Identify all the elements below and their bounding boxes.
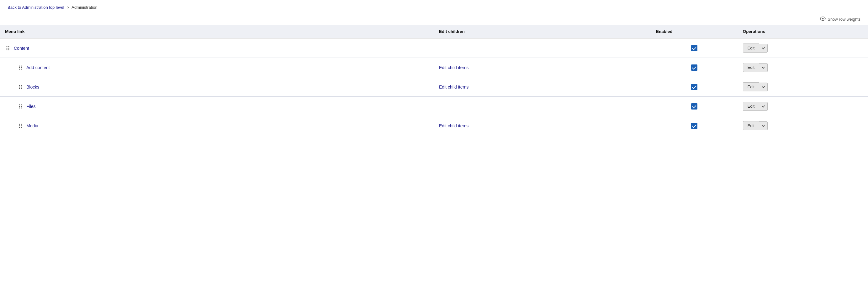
svg-point-29 (21, 125, 22, 126)
operations-cell-content: Edit (738, 38, 868, 58)
svg-point-31 (21, 127, 22, 128)
col-header-menu-link: Menu link (0, 25, 434, 38)
operations-cell-media: Edit (738, 116, 868, 136)
breadcrumb-current: Administration (71, 5, 97, 10)
menu-link-blocks[interactable]: Blocks (26, 84, 39, 89)
svg-point-16 (19, 86, 20, 87)
svg-point-8 (19, 65, 20, 66)
enabled-cell-content (651, 38, 738, 58)
operations-cell-files: Edit (738, 97, 868, 116)
svg-point-19 (21, 88, 22, 89)
svg-point-3 (8, 46, 9, 47)
enabled-cell-media (651, 116, 738, 136)
svg-point-1 (822, 18, 824, 20)
svg-point-24 (19, 107, 20, 108)
enabled-checkbox-files[interactable] (691, 103, 698, 110)
svg-point-30 (19, 127, 20, 128)
edit-dropdown-add-content[interactable] (759, 63, 768, 72)
svg-point-22 (19, 106, 20, 107)
enabled-checkbox-blocks[interactable] (691, 84, 698, 90)
svg-point-14 (19, 85, 20, 86)
table-header: Menu link Edit children Enabled Operatio… (0, 25, 868, 38)
svg-point-25 (21, 107, 22, 108)
edit-child-items-link-media[interactable]: Edit child items (439, 123, 468, 128)
svg-point-28 (19, 125, 20, 126)
show-row-weights-button[interactable]: Show row weights (820, 16, 861, 22)
svg-point-26 (19, 123, 20, 124)
enabled-cell-files (651, 97, 738, 116)
breadcrumb: Back to Administration top level > Admin… (0, 0, 868, 15)
table-row: Add content Edit child items Edit (0, 58, 868, 77)
show-row-weights-container: Show row weights (0, 15, 868, 25)
enabled-cell-add-content (651, 58, 738, 77)
edit-children-cell-blocks: Edit child items (434, 77, 651, 97)
svg-point-5 (8, 47, 9, 48)
edit-child-items-link-add-content[interactable]: Edit child items (439, 65, 468, 70)
svg-point-9 (21, 65, 22, 66)
svg-point-17 (21, 86, 22, 87)
menu-link-cell-content: Content (0, 38, 434, 58)
drag-handle-files[interactable] (18, 104, 23, 109)
drag-handle-blocks[interactable] (18, 84, 23, 90)
menu-link-content[interactable]: Content (14, 46, 29, 51)
col-header-operations: Operations (738, 25, 868, 38)
col-header-enabled: Enabled (651, 25, 738, 38)
menu-table: Menu link Edit children Enabled Operatio… (0, 25, 868, 135)
table-row: Files Edit (0, 97, 868, 116)
menu-link-add-content[interactable]: Add content (26, 65, 50, 70)
menu-link-media[interactable]: Media (26, 123, 38, 128)
menu-link-cell-media: Media (0, 116, 434, 136)
drag-handle-content[interactable] (5, 45, 11, 51)
svg-point-12 (19, 69, 20, 69)
menu-link-cell-blocks: Blocks (0, 77, 434, 97)
edit-children-cell-files (434, 97, 651, 116)
col-header-edit-children: Edit children (434, 25, 651, 38)
svg-point-6 (7, 49, 7, 50)
operations-cell-add-content: Edit (738, 58, 868, 77)
svg-point-10 (19, 67, 20, 68)
edit-button-files[interactable]: Edit (743, 102, 759, 111)
menu-link-cell-add-content: Add content (0, 58, 434, 77)
edit-dropdown-media[interactable] (759, 121, 768, 130)
table-row: Blocks Edit child items Edit (0, 77, 868, 97)
svg-point-15 (21, 85, 22, 86)
drag-handle-media[interactable] (18, 123, 23, 129)
edit-dropdown-blocks[interactable] (759, 83, 768, 92)
enabled-checkbox-add-content[interactable] (691, 65, 698, 71)
svg-point-11 (21, 67, 22, 68)
table-row: Media Edit child items Edit (0, 116, 868, 136)
breadcrumb-back-link[interactable]: Back to Administration top level (7, 5, 64, 10)
table-body: Content Edit Add cont (0, 38, 868, 136)
svg-point-4 (7, 47, 7, 48)
table-row: Content Edit (0, 38, 868, 58)
svg-point-27 (21, 123, 22, 124)
edit-button-add-content[interactable]: Edit (743, 63, 759, 72)
operations-cell-blocks: Edit (738, 77, 868, 97)
edit-dropdown-files[interactable] (759, 102, 768, 111)
edit-children-cell-media: Edit child items (434, 116, 651, 136)
svg-point-13 (21, 69, 22, 69)
menu-link-files[interactable]: Files (26, 104, 36, 109)
edit-button-content[interactable]: Edit (743, 43, 759, 52)
svg-point-21 (21, 104, 22, 105)
svg-point-20 (19, 104, 20, 105)
enabled-checkbox-media[interactable] (691, 123, 698, 129)
enabled-checkbox-content[interactable] (691, 45, 698, 51)
svg-point-18 (19, 88, 20, 89)
edit-button-media[interactable]: Edit (743, 121, 759, 130)
menu-link-cell-files: Files (0, 97, 434, 116)
svg-point-7 (8, 49, 9, 50)
breadcrumb-separator: > (67, 5, 69, 10)
edit-child-items-link-blocks[interactable]: Edit child items (439, 84, 468, 89)
enabled-cell-blocks (651, 77, 738, 97)
edit-children-cell-content (434, 38, 651, 58)
drag-handle-add-content[interactable] (18, 65, 23, 70)
edit-dropdown-content[interactable] (759, 44, 768, 52)
show-row-weights-label: Show row weights (828, 17, 861, 22)
edit-button-blocks[interactable]: Edit (743, 82, 759, 92)
svg-point-2 (7, 46, 7, 47)
eye-icon (820, 16, 826, 22)
svg-point-23 (21, 106, 22, 107)
edit-children-cell-add-content: Edit child items (434, 58, 651, 77)
